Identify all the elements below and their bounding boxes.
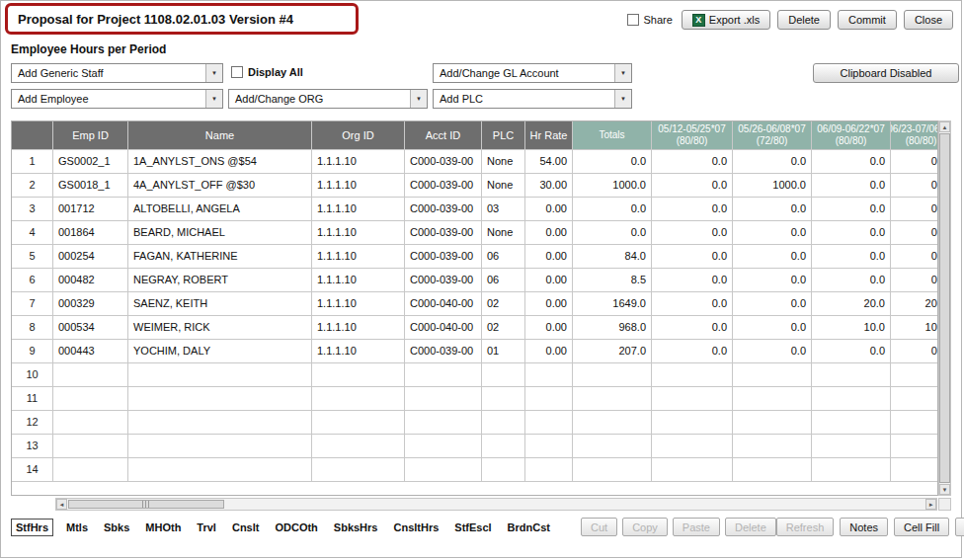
- grid-cell[interactable]: [312, 387, 405, 411]
- grid-cell[interactable]: 20.0: [812, 292, 891, 316]
- share-checkbox[interactable]: [627, 14, 639, 26]
- grid-cell[interactable]: [891, 411, 938, 435]
- grid-cell[interactable]: 0.0: [733, 245, 812, 269]
- grid-cell[interactable]: 0.00: [525, 245, 573, 269]
- sheet-tab-mtls[interactable]: Mtls: [63, 519, 91, 536]
- grid-cell[interactable]: GS0002_1: [53, 150, 128, 174]
- grid-cell[interactable]: 0.0: [573, 221, 652, 245]
- grid-cell[interactable]: 0.0: [812, 198, 891, 221]
- grid-cell[interactable]: 20.0: [891, 292, 938, 316]
- grid-cell[interactable]: [312, 363, 405, 387]
- grid-cell[interactable]: 0.00: [525, 221, 573, 245]
- grid-cell[interactable]: 0.0: [652, 245, 733, 269]
- grid-cell[interactable]: 0.0: [733, 316, 812, 340]
- scroll-up-icon[interactable]: ▲: [939, 121, 950, 132]
- grid-cell[interactable]: [53, 435, 128, 458]
- grid-cell[interactable]: None: [482, 221, 525, 245]
- grid-cell[interactable]: 001864: [53, 221, 128, 245]
- grid-cell[interactable]: 1000.0: [733, 174, 812, 198]
- column-header-06-23-07-06-07[interactable]: 06/23-07/06*07(80/80): [891, 121, 938, 150]
- close-button[interactable]: Close: [904, 10, 953, 30]
- vscroll-thumb[interactable]: [939, 133, 950, 483]
- grid-cell[interactable]: 0.0: [891, 221, 938, 245]
- sheet-tab-sbks[interactable]: Sbks: [101, 519, 132, 536]
- grid-cell[interactable]: [128, 387, 312, 411]
- grid-cell[interactable]: [652, 363, 733, 387]
- grid-cell[interactable]: 1.1.1.10: [312, 316, 405, 340]
- add-plc-dropdown[interactable]: Add PLC ▼: [433, 89, 632, 109]
- grid-cell[interactable]: [812, 435, 891, 458]
- grid-cell[interactable]: [733, 363, 812, 387]
- grid-cell[interactable]: 0.0: [652, 198, 733, 221]
- grid-cell[interactable]: [525, 363, 573, 387]
- grid-cell[interactable]: C000-039-00: [405, 340, 482, 363]
- grid-cell[interactable]: YOCHIM, DALY: [128, 340, 312, 363]
- grid-cell[interactable]: 0.00: [525, 269, 573, 292]
- grid-cell[interactable]: 06: [482, 269, 525, 292]
- grid-cell[interactable]: [525, 458, 573, 482]
- grid-cell[interactable]: 0.0: [733, 221, 812, 245]
- grid-cell[interactable]: 02: [482, 292, 525, 316]
- grid-cell[interactable]: 0.0: [733, 292, 812, 316]
- grid-cell[interactable]: [482, 363, 525, 387]
- grid-cell[interactable]: [573, 363, 652, 387]
- grid-cell[interactable]: 1000.0: [573, 174, 652, 198]
- grid-cell[interactable]: 000254: [53, 245, 128, 269]
- grid-cell[interactable]: 0.00: [525, 292, 573, 316]
- grid-cell[interactable]: 1.1.1.10: [312, 245, 405, 269]
- grid-cell[interactable]: [652, 411, 733, 435]
- grid-cell[interactable]: C000-040-00: [405, 292, 482, 316]
- export-xls-button[interactable]: X Export .xls: [682, 10, 770, 30]
- grid-cell[interactable]: 0.0: [891, 269, 938, 292]
- grid-cell[interactable]: 0.0: [573, 150, 652, 174]
- grid-cell[interactable]: 54.00: [525, 150, 573, 174]
- grid-cell[interactable]: 207.0: [573, 340, 652, 363]
- hscroll-thumb[interactable]: [68, 500, 224, 509]
- column-header-name[interactable]: Name: [128, 121, 312, 150]
- grid-cell[interactable]: 0.0: [733, 269, 812, 292]
- grid-cell[interactable]: 0.0: [733, 340, 812, 363]
- grid-cell[interactable]: 000482: [53, 269, 128, 292]
- grid-cell[interactable]: C000-039-00: [405, 269, 482, 292]
- grid-cell[interactable]: [405, 458, 482, 482]
- grid-cell[interactable]: 06: [482, 245, 525, 269]
- column-header-05-12-05-25-07[interactable]: 05/12-05/25*07(80/80): [652, 121, 733, 150]
- grid-cell[interactable]: [733, 387, 812, 411]
- display-all-checkbox[interactable]: [231, 66, 243, 78]
- copy-button[interactable]: Copy: [622, 518, 668, 536]
- scroll-right-icon[interactable]: ►: [925, 499, 936, 510]
- grid-cell[interactable]: [482, 458, 525, 482]
- horizontal-scrollbar[interactable]: ◄ ►: [55, 498, 937, 511]
- grid-cell[interactable]: 0.0: [891, 150, 938, 174]
- grid-cell[interactable]: [573, 411, 652, 435]
- share-checkbox-wrap[interactable]: Share: [627, 14, 672, 26]
- grid-cell[interactable]: 1.1.1.10: [312, 174, 405, 198]
- grid-cell[interactable]: [482, 411, 525, 435]
- grid-cell[interactable]: 0.0: [652, 221, 733, 245]
- grid-cell[interactable]: 1.1.1.10: [312, 150, 405, 174]
- grid-cell[interactable]: 0.0: [812, 150, 891, 174]
- grid-cell[interactable]: 1.1.1.10: [312, 198, 405, 221]
- scroll-down-icon[interactable]: ▼: [939, 484, 950, 495]
- scroll-left-icon[interactable]: ◄: [56, 499, 67, 510]
- grid-cell[interactable]: 0.0: [812, 340, 891, 363]
- grid-cell[interactable]: 000534: [53, 316, 128, 340]
- sheet-tab-brdncst[interactable]: BrdnCst: [505, 519, 553, 536]
- grid-cell[interactable]: 0.0: [573, 198, 652, 221]
- refresh-button[interactable]: Refresh: [776, 518, 835, 536]
- grid-cell[interactable]: [312, 458, 405, 482]
- column-header-totals[interactable]: Totals: [573, 121, 652, 150]
- grid-cell[interactable]: 8.5: [573, 269, 652, 292]
- grid-cell[interactable]: C000-039-00: [405, 174, 482, 198]
- grid-cell[interactable]: 1649.0: [573, 292, 652, 316]
- add-change-gl-account-dropdown[interactable]: Add/Change GL Account ▼: [433, 63, 632, 83]
- add-employee-dropdown[interactable]: Add Employee ▼: [11, 89, 223, 109]
- grid-cell[interactable]: 0.0: [733, 198, 812, 221]
- grid-cell[interactable]: 0.0: [891, 245, 938, 269]
- grid-cell[interactable]: [312, 411, 405, 435]
- grid-cell[interactable]: None: [482, 150, 525, 174]
- grid-cell[interactable]: 01: [482, 340, 525, 363]
- grid-cell[interactable]: [573, 435, 652, 458]
- cell-fill-button[interactable]: Cell Fill: [894, 518, 949, 536]
- sheet-tab-trvl[interactable]: Trvl: [194, 519, 219, 536]
